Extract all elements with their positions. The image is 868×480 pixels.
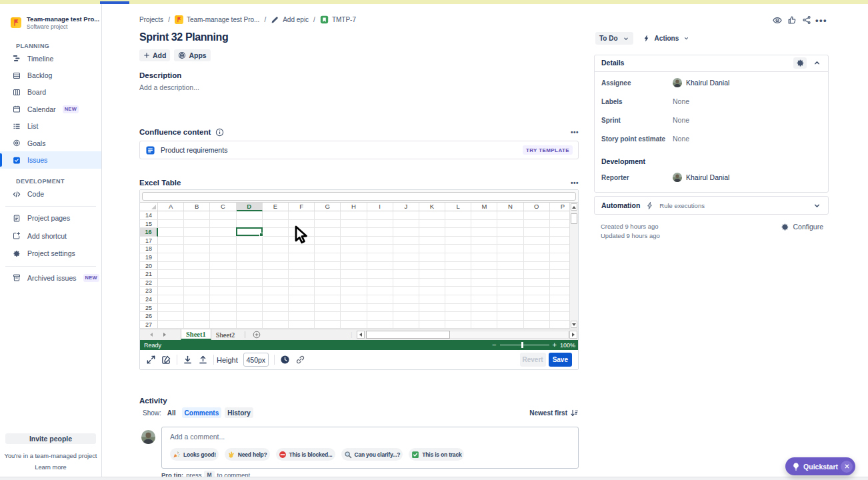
cell-a22[interactable] [158, 279, 184, 287]
cell-m18[interactable] [471, 245, 497, 253]
cell-i20[interactable] [367, 262, 393, 271]
cell-h23[interactable] [341, 287, 367, 295]
cell-g22[interactable] [315, 279, 341, 287]
height-input[interactable] [243, 353, 269, 367]
add-button[interactable]: Add [139, 49, 170, 61]
cell-b25[interactable] [184, 304, 210, 313]
row-header-14[interactable]: 14 [140, 211, 158, 220]
share-icon[interactable] [802, 15, 811, 25]
automation-panel[interactable]: Automation Rule executions [594, 196, 829, 215]
cell-n18[interactable] [497, 245, 523, 253]
cell-c25[interactable] [210, 304, 236, 313]
cell-m15[interactable] [471, 220, 497, 229]
cell-a27[interactable] [158, 321, 184, 329]
cell-j18[interactable] [393, 245, 419, 253]
cell-f19[interactable] [289, 253, 315, 262]
cell-i25[interactable] [367, 304, 393, 313]
cell-m17[interactable] [471, 237, 497, 245]
sidebar-item-add-shortcut[interactable]: Add shortcut [0, 227, 101, 245]
cell-k17[interactable] [419, 237, 445, 245]
cell-f16[interactable] [289, 228, 315, 237]
watch-eye-icon[interactable] [773, 15, 782, 25]
cell-h19[interactable] [341, 253, 367, 262]
cell-d21[interactable] [237, 270, 263, 279]
cell-i22[interactable] [367, 279, 393, 287]
cell-o22[interactable] [524, 279, 550, 287]
cell-d15[interactable] [237, 220, 263, 229]
filter-comments[interactable]: Comments [182, 407, 222, 418]
cell-g24[interactable] [315, 295, 341, 304]
breadcrumb-projects[interactable]: Projects [139, 16, 163, 23]
expand-icon[interactable] [146, 355, 156, 365]
cell-a26[interactable] [158, 312, 184, 321]
cell-b16[interactable] [184, 228, 210, 237]
status-dropdown[interactable]: To Do [595, 32, 633, 45]
cell-m26[interactable] [471, 312, 497, 321]
cell-a14[interactable] [158, 211, 184, 220]
cell-m20[interactable] [471, 262, 497, 271]
cell-k24[interactable] [419, 295, 445, 304]
row-header-18[interactable]: 18 [140, 245, 158, 253]
cell-o19[interactable] [524, 253, 550, 262]
cell-f21[interactable] [289, 270, 315, 279]
scroll-up-button[interactable] [571, 203, 578, 211]
sidebar-item-project-settings[interactable]: Project settings [0, 245, 101, 263]
cell-n27[interactable] [497, 321, 523, 329]
field-row-assignee[interactable]: AssigneeKhairul Danial [601, 73, 821, 92]
cell-g25[interactable] [315, 304, 341, 313]
cell-h21[interactable] [341, 270, 367, 279]
more-actions-icon[interactable]: ••• [817, 15, 826, 25]
cell-d19[interactable] [237, 253, 263, 262]
history-clock-icon[interactable] [280, 355, 290, 365]
cell-e24[interactable] [263, 295, 289, 304]
cell-f15[interactable] [289, 220, 315, 229]
try-template-button[interactable]: TRY TEMPLATE [523, 145, 573, 155]
cell-m16[interactable] [471, 228, 497, 237]
vertical-scroll-thumb[interactable] [571, 213, 578, 224]
cell-m25[interactable] [471, 304, 497, 313]
cell-j16[interactable] [393, 228, 419, 237]
quickstart-close-button[interactable] [841, 461, 853, 473]
cell-l23[interactable] [445, 287, 471, 295]
cell-o20[interactable] [524, 262, 550, 271]
cell-f17[interactable] [289, 237, 315, 245]
cell-m21[interactable] [471, 270, 497, 279]
column-header-e[interactable]: E [263, 203, 289, 211]
cell-c20[interactable] [210, 262, 236, 271]
cell-j27[interactable] [393, 321, 419, 329]
sheet-tab-sheet2[interactable]: Sheet2 [211, 329, 240, 340]
cell-b19[interactable] [184, 253, 210, 262]
formula-input[interactable] [142, 192, 576, 201]
cell-i21[interactable] [367, 270, 393, 279]
cell-l17[interactable] [445, 237, 471, 245]
save-button[interactable]: Save [549, 353, 572, 367]
scrollbar-grip[interactable]: ⋮ [349, 332, 354, 338]
cell-f14[interactable] [289, 211, 315, 220]
column-header-f[interactable]: F [289, 203, 315, 211]
cell-g21[interactable] [315, 270, 341, 279]
confluence-card[interactable]: Product requirements TRY TEMPLATE [139, 141, 579, 159]
edit-icon[interactable] [161, 355, 171, 365]
cell-i24[interactable] [367, 295, 393, 304]
sidebar-item-issues[interactable]: Issues [0, 151, 101, 168]
cell-m14[interactable] [471, 211, 497, 220]
cell-e18[interactable] [263, 245, 289, 253]
cell-b21[interactable] [184, 270, 210, 279]
cell-o27[interactable] [524, 321, 550, 329]
row-header-20[interactable]: 20 [140, 262, 158, 271]
cell-i16[interactable] [367, 228, 393, 237]
cell-j24[interactable] [393, 295, 419, 304]
sidebar-item-list[interactable]: List [0, 118, 101, 135]
cell-d25[interactable] [237, 304, 263, 313]
cell-d17[interactable] [237, 237, 263, 245]
cell-c16[interactable] [210, 228, 236, 237]
cell-k19[interactable] [419, 253, 445, 262]
zoom-slider[interactable] [500, 345, 549, 345]
cell-g23[interactable] [315, 287, 341, 295]
cell-g19[interactable] [315, 253, 341, 262]
cell-h14[interactable] [341, 211, 367, 220]
cell-a17[interactable] [158, 237, 184, 245]
quick-reply-looks-good[interactable]: Looks good! [170, 448, 219, 461]
cell-f25[interactable] [289, 304, 315, 313]
sidebar-item-board[interactable]: Board [0, 84, 101, 101]
